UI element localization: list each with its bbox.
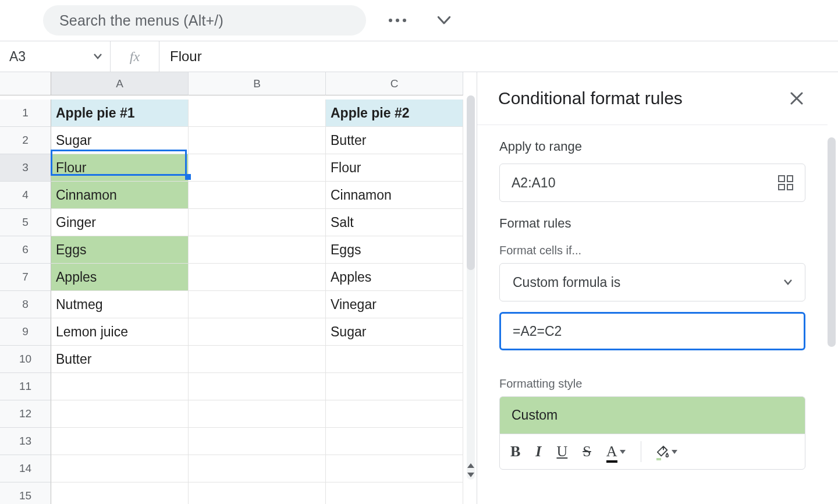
cell-A3[interactable]: Flour: [51, 154, 189, 182]
fill-color-button[interactable]: [656, 445, 677, 458]
scroll-down-icon[interactable]: [467, 473, 474, 477]
formula-bar: A3 fx Flour: [0, 41, 838, 72]
condition-select-value: Custom formula is: [513, 275, 620, 290]
cell-B5[interactable]: [189, 209, 326, 236]
formula-input[interactable]: Flour: [159, 48, 838, 65]
column-header-C[interactable]: C: [326, 72, 463, 95]
cell-A11[interactable]: [51, 373, 189, 400]
custom-formula-input[interactable]: =A2=C2: [499, 312, 805, 350]
row-header-13[interactable]: 13: [0, 428, 51, 455]
cell-C11[interactable]: [326, 373, 463, 400]
cell-B3[interactable]: [189, 154, 326, 182]
cell-B2[interactable]: [189, 127, 326, 154]
cell-B11[interactable]: [189, 373, 326, 400]
row-header-8[interactable]: 8: [0, 291, 51, 318]
cell-value: Ginger: [56, 215, 96, 230]
style-toolbar: B I U S A: [499, 434, 805, 470]
cell-B10[interactable]: [189, 346, 326, 373]
cell-A4[interactable]: Cinnamon: [51, 182, 189, 209]
sidebar-scrollbar[interactable]: [828, 137, 836, 504]
cell-B7[interactable]: [189, 264, 326, 291]
cell-A7[interactable]: Apples: [51, 264, 189, 291]
row-header-10[interactable]: 10: [0, 346, 51, 373]
underline-button[interactable]: U: [556, 443, 567, 460]
cell-C6[interactable]: Eggs: [326, 236, 463, 264]
menu-search-input[interactable]: Search the menus (Alt+/): [43, 5, 366, 36]
bold-button[interactable]: B: [510, 443, 520, 460]
close-icon[interactable]: [790, 92, 803, 105]
text-color-button[interactable]: A: [606, 443, 626, 460]
spreadsheet[interactable]: ABC1Apple pie #1Apple pie #22SugarButter…: [0, 72, 477, 504]
cell-A5[interactable]: Ginger: [51, 209, 189, 236]
row-header-4[interactable]: 4: [0, 182, 51, 209]
cell-B1[interactable]: [189, 100, 326, 127]
cell-C9[interactable]: Sugar: [326, 318, 463, 346]
select-all-corner[interactable]: [0, 72, 51, 95]
cell-A14[interactable]: [51, 455, 189, 482]
more-icon[interactable]: [386, 9, 409, 32]
row-header-12[interactable]: 12: [0, 400, 51, 428]
cell-C8[interactable]: Vinegar: [326, 291, 463, 318]
cell-C14[interactable]: [326, 455, 463, 482]
cell-value: Sugar: [331, 324, 366, 340]
cell-A13[interactable]: [51, 428, 189, 455]
cell-A15[interactable]: [51, 482, 189, 504]
cell-C7[interactable]: Apples: [326, 264, 463, 291]
condition-select[interactable]: Custom formula is: [499, 263, 805, 301]
cell-B12[interactable]: [189, 400, 326, 428]
select-range-icon[interactable]: [778, 175, 793, 190]
toolbar-collapse-icon[interactable]: [432, 9, 456, 32]
cell-B4[interactable]: [189, 182, 326, 209]
cell-B9[interactable]: [189, 318, 326, 346]
apply-range-input[interactable]: A2:A10: [499, 164, 805, 202]
cell-value: Apple pie #1: [56, 105, 134, 121]
style-preview[interactable]: Custom: [499, 396, 805, 434]
dropdown-icon: [94, 54, 102, 59]
name-box[interactable]: A3: [0, 41, 111, 72]
sidebar-title: Conditional format rules: [498, 88, 683, 108]
scrollbar-thumb[interactable]: [828, 137, 836, 347]
fill-handle[interactable]: [185, 174, 191, 180]
row-header-9[interactable]: 9: [0, 318, 51, 346]
cell-C4[interactable]: Cinnamon: [326, 182, 463, 209]
scroll-up-icon[interactable]: [467, 463, 474, 468]
row-header-7[interactable]: 7: [0, 264, 51, 291]
strike-button[interactable]: S: [583, 443, 591, 460]
cell-C3[interactable]: Flour: [326, 154, 463, 182]
cell-A1[interactable]: Apple pie #1: [51, 100, 189, 127]
column-header-A[interactable]: A: [51, 72, 189, 95]
vertical-scrollbar[interactable]: [467, 95, 475, 480]
row-header-14[interactable]: 14: [0, 455, 51, 482]
cell-C2[interactable]: Butter: [326, 127, 463, 154]
cell-A8[interactable]: Nutmeg: [51, 291, 189, 318]
cell-A6[interactable]: Eggs: [51, 236, 189, 264]
cell-A2[interactable]: Sugar: [51, 127, 189, 154]
cell-C5[interactable]: Salt: [326, 209, 463, 236]
cell-B6[interactable]: [189, 236, 326, 264]
row-header-1[interactable]: 1: [0, 100, 51, 127]
column-header-B[interactable]: B: [189, 72, 326, 95]
format-cells-if-label: Format cells if...: [499, 244, 805, 257]
format-rules-label: Format rules: [499, 216, 805, 231]
cell-C12[interactable]: [326, 400, 463, 428]
italic-button[interactable]: I: [535, 443, 541, 460]
cell-B15[interactable]: [189, 482, 326, 504]
row-header-15[interactable]: 15: [0, 482, 51, 504]
row-header-11[interactable]: 11: [0, 373, 51, 400]
row-header-2[interactable]: 2: [0, 127, 51, 154]
cell-C1[interactable]: Apple pie #2: [326, 100, 463, 127]
scrollbar-thumb[interactable]: [467, 95, 475, 270]
cell-A12[interactable]: [51, 400, 189, 428]
row-header-6[interactable]: 6: [0, 236, 51, 264]
cell-C13[interactable]: [326, 428, 463, 455]
cell-C15[interactable]: [326, 482, 463, 504]
cell-B8[interactable]: [189, 291, 326, 318]
toolbar-overflow: [386, 9, 456, 32]
cell-C10[interactable]: [326, 346, 463, 373]
cell-A10[interactable]: Butter: [51, 346, 189, 373]
cell-A9[interactable]: Lemon juice: [51, 318, 189, 346]
row-header-3[interactable]: 3: [0, 154, 51, 182]
cell-B13[interactable]: [189, 428, 326, 455]
cell-B14[interactable]: [189, 455, 326, 482]
row-header-5[interactable]: 5: [0, 209, 51, 236]
